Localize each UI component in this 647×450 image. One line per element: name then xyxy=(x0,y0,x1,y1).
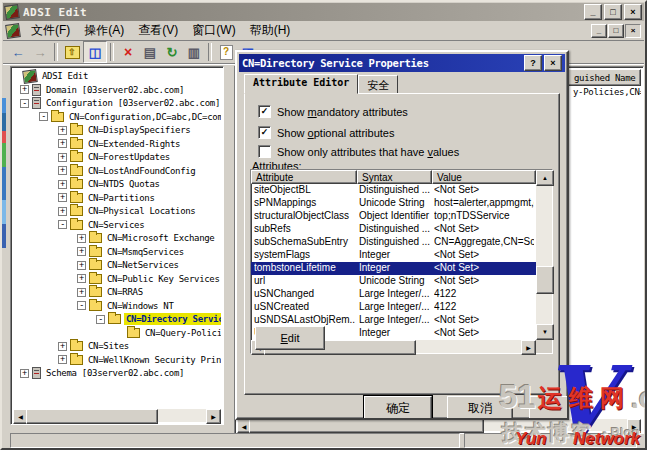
expand-icon[interactable]: + xyxy=(58,342,67,351)
tree-item[interactable]: +CN=Microsoft Exchange xyxy=(13,231,217,245)
expand-icon[interactable]: + xyxy=(58,207,67,216)
show-values-only-checkbox[interactable] xyxy=(258,145,271,158)
adsi-app-icon[interactable] xyxy=(4,4,20,20)
tree-item[interactable]: +CN=WellKnown Security Princip xyxy=(13,353,221,367)
tree-item-label[interactable]: CN=Microsoft Exchange xyxy=(105,232,217,244)
tree-item[interactable]: +CN=Sites xyxy=(13,339,131,353)
tree-item-label[interactable]: CN=RRAS xyxy=(105,286,145,298)
show-optional-checkbox[interactable]: ✓ xyxy=(258,126,271,139)
attribute-row[interactable]: tombstoneLifetimeInteger<Not Set> xyxy=(251,262,536,275)
tree-item[interactable]: +Schema [03server02.abc.com] xyxy=(13,366,186,380)
tree-item-label[interactable]: ADSI Edit xyxy=(40,70,90,82)
tree-horizontal-scrollbar[interactable]: ◀ ▶ xyxy=(13,409,221,422)
tab-security[interactable]: 安全 xyxy=(358,75,398,94)
expand-icon[interactable]: + xyxy=(58,355,67,364)
attribute-row[interactable]: siteObjectBLDistinguished ...<Not Set> xyxy=(251,184,536,197)
expand-icon[interactable]: + xyxy=(58,139,67,148)
tab-attribute-editor[interactable]: Attribute Editor xyxy=(244,74,358,94)
delete-button[interactable]: × xyxy=(117,42,139,62)
close-button[interactable]: × xyxy=(624,4,642,20)
tree-item[interactable]: +CN=MsmqServices xyxy=(13,245,186,259)
menu-item[interactable]: 帮助(H) xyxy=(243,20,298,41)
tree-item[interactable]: +CN=Physical Locations xyxy=(13,204,198,218)
tree-item[interactable]: +CN=Public Key Services xyxy=(13,272,221,286)
expand-icon[interactable]: + xyxy=(58,126,67,135)
show-mandatory-checkbox[interactable]: ✓ xyxy=(258,105,271,118)
expand-icon[interactable]: + xyxy=(58,166,67,175)
apply-button[interactable] xyxy=(529,396,569,420)
tree-item[interactable]: +Domain [03server02.abc.com] xyxy=(13,83,186,97)
console-icon[interactable] xyxy=(5,23,21,39)
column-header-value[interactable]: Value xyxy=(432,170,536,184)
scroll-thumb[interactable] xyxy=(249,419,484,433)
titlebar[interactable]: ADSI Edit _ □ × xyxy=(3,3,644,21)
tree-item-label[interactable]: CN=Query-Policies xyxy=(143,327,221,339)
tree-item-label[interactable]: CN=DisplaySpecifiers xyxy=(86,124,192,136)
dialog-help-button[interactable]: ? xyxy=(524,55,542,71)
child-minimize-button[interactable]: _ xyxy=(591,24,607,38)
export-list-button[interactable]: ▥ xyxy=(183,42,205,62)
tree-item[interactable]: +CN=Extended-Rights xyxy=(13,137,182,151)
edit-button[interactable]: Edit xyxy=(255,326,325,350)
expand-icon[interactable]: + xyxy=(77,261,86,270)
tree-item[interactable]: CN=Query-Policies xyxy=(13,326,221,340)
tree-item[interactable]: -CN=Directory Service xyxy=(13,312,221,326)
expand-icon[interactable]: + xyxy=(77,247,86,256)
tree-item[interactable]: +CN=RRAS xyxy=(13,285,145,299)
tree-item[interactable]: +CN=ForestUpdates xyxy=(13,150,172,164)
attribute-row[interactable]: uSNCreatedLarge Integer/...4122 xyxy=(251,301,536,314)
dialog-close-button[interactable]: × xyxy=(544,55,562,71)
menu-item[interactable]: 文件(F) xyxy=(24,20,77,41)
expand-icon[interactable]: + xyxy=(58,180,67,189)
scroll-thumb[interactable] xyxy=(26,409,158,424)
expand-icon[interactable]: + xyxy=(77,274,86,283)
tree-item-label[interactable]: Schema [03server02.abc.com] xyxy=(44,367,186,379)
collapse-icon[interactable]: - xyxy=(20,99,29,108)
scroll-right-button[interactable]: ▶ xyxy=(521,340,536,355)
menu-item[interactable]: 操作(A) xyxy=(77,20,131,41)
tree-item-label[interactable]: CN=LostAndFoundConfig xyxy=(86,165,198,177)
tree-item-label[interactable]: CN=Sites xyxy=(86,340,131,352)
tree-item[interactable]: -CN=Windows NT xyxy=(13,299,176,313)
tree-item-label[interactable]: CN=Windows NT xyxy=(105,300,176,312)
collapse-icon[interactable]: - xyxy=(39,112,48,121)
scroll-right-button[interactable]: ▶ xyxy=(206,409,221,424)
dialog-titlebar[interactable]: CN=Directory Service Properties ? × xyxy=(239,54,565,72)
tree-item[interactable]: -CN=Configuration,DC=abc,DC=com xyxy=(13,110,221,124)
tree-item[interactable]: +CN=NetServices xyxy=(13,258,181,272)
attribute-row[interactable]: subRefsDistinguished ...<Not Set> xyxy=(251,223,536,236)
tree-item-label[interactable]: CN=Public Key Services xyxy=(105,273,221,285)
ok-button[interactable]: 确定 xyxy=(364,396,432,420)
attribute-row[interactable]: urlUnicode String<Not Set> xyxy=(251,275,536,288)
child-close-button[interactable]: × xyxy=(625,24,641,38)
expand-icon[interactable]: + xyxy=(77,234,86,243)
expand-icon[interactable]: + xyxy=(77,288,86,297)
refresh-button[interactable]: ↻ xyxy=(161,42,183,62)
expand-icon[interactable]: + xyxy=(20,369,29,378)
attribute-row[interactable]: sPNMappingsUnicode Stringhost=alerter,ap… xyxy=(251,197,536,210)
scroll-down-button[interactable]: ▼ xyxy=(536,324,554,340)
back-button[interactable]: ← xyxy=(7,42,29,62)
tree-item-label[interactable]: CN=ForestUpdates xyxy=(86,151,172,163)
right-pane-horizontal-scrollbar[interactable]: ◀ ▶ xyxy=(237,419,641,431)
expand-icon[interactable]: + xyxy=(20,85,29,94)
tree-item-label[interactable]: CN=Extended-Rights xyxy=(86,138,182,150)
attribute-row[interactable]: uSNChangedLarge Integer/...4122 xyxy=(251,288,536,301)
properties-button[interactable]: ▤ xyxy=(139,42,161,62)
scroll-up-button[interactable]: ▲ xyxy=(536,170,554,186)
tree-item[interactable]: +CN=Partitions xyxy=(13,191,157,205)
column-header-syntax[interactable]: Syntax xyxy=(357,170,432,184)
tree-item-label[interactable]: Configuration [03server02.abc.com] xyxy=(44,97,221,109)
menu-item[interactable]: 窗口(W) xyxy=(185,20,242,41)
expand-icon[interactable]: + xyxy=(58,153,67,162)
tree-item[interactable]: -Configuration [03server02.abc.com] xyxy=(13,96,221,110)
attribute-row[interactable]: subSchemaSubEntryDistinguished ...CN=Agg… xyxy=(251,236,536,249)
maximize-button[interactable]: □ xyxy=(604,4,622,20)
forward-button[interactable]: → xyxy=(29,42,51,62)
collapse-icon[interactable]: - xyxy=(58,220,67,229)
scroll-right-button[interactable]: ▶ xyxy=(627,419,641,433)
tree-item-label[interactable]: CN=MsmqServices xyxy=(105,246,186,258)
tree-item-label[interactable]: CN=NTDS Quotas xyxy=(86,178,162,190)
tree-item[interactable]: +CN=LostAndFoundConfig xyxy=(13,164,198,178)
tree-item-label[interactable]: CN=WellKnown Security Princip xyxy=(86,354,221,366)
